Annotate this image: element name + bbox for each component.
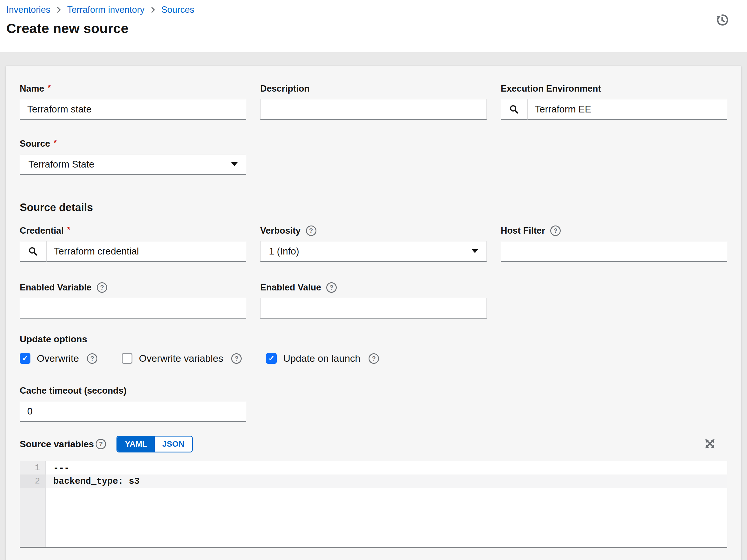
- overwrite-checkbox[interactable]: ✓ Overwrite ?: [20, 353, 97, 364]
- breadcrumb-link-terraform-inventory[interactable]: Terraform inventory: [67, 5, 145, 15]
- source-variables-label: Source variables: [20, 439, 94, 450]
- verbosity-field-group: Verbosity ? 1 (Info): [260, 225, 487, 262]
- editor-line[interactable]: 1 ---: [20, 461, 727, 475]
- name-label: Name: [20, 83, 44, 94]
- update-options-title: Update options: [20, 334, 727, 345]
- help-icon[interactable]: ?: [368, 353, 379, 364]
- source-select-value: Terraform State: [28, 159, 94, 170]
- host-filter-label: Host Filter: [501, 226, 545, 236]
- yaml-toggle-button[interactable]: YAML: [118, 436, 155, 452]
- breadcrumb-link-sources[interactable]: Sources: [161, 5, 195, 15]
- enabled-variable-label: Enabled Variable: [20, 282, 92, 293]
- help-icon[interactable]: ?: [96, 439, 106, 449]
- breadcrumb-link-inventories[interactable]: Inventories: [6, 5, 50, 15]
- overwrite-checkbox-label: Overwrite: [37, 353, 79, 364]
- help-icon[interactable]: ?: [231, 353, 242, 364]
- overwrite-variables-checkbox-label: Overwrite variables: [139, 353, 223, 364]
- enabled-value-label: Enabled Value: [260, 282, 321, 293]
- execution-environment-input[interactable]: [527, 99, 727, 120]
- required-asterisk: *: [54, 138, 57, 147]
- chevron-down-icon: [472, 249, 478, 253]
- verbosity-select-value: 1 (Info): [269, 246, 299, 257]
- format-toggle: YAML JSON: [117, 436, 193, 453]
- credential-label: Credential: [20, 226, 64, 236]
- execution-environment-label: Execution Environment: [501, 83, 601, 94]
- editor-empty-area[interactable]: [20, 488, 727, 547]
- cache-timeout-field-group: Cache timeout (seconds): [20, 385, 246, 422]
- cache-timeout-label: Cache timeout (seconds): [20, 385, 127, 396]
- credential-field-group: Credential *: [20, 225, 246, 262]
- enabled-variable-field-group: Enabled Variable ?: [20, 282, 246, 319]
- json-toggle-button[interactable]: JSON: [155, 436, 192, 452]
- source-label: Source: [20, 138, 50, 149]
- cache-timeout-input[interactable]: [20, 401, 246, 422]
- expand-arrows-icon: [703, 437, 717, 451]
- description-input[interactable]: [260, 99, 487, 120]
- line-number: 1: [20, 461, 46, 475]
- help-icon[interactable]: ?: [550, 226, 561, 236]
- required-asterisk: *: [67, 225, 71, 234]
- source-variables-editor[interactable]: 1 --- 2 backend_type: s3: [20, 461, 727, 548]
- checkbox-icon[interactable]: ✓: [266, 353, 277, 364]
- expand-editor-button[interactable]: [703, 437, 717, 451]
- line-number: 2: [20, 475, 46, 488]
- host-filter-input[interactable]: [501, 241, 727, 262]
- history-button[interactable]: [715, 13, 730, 28]
- enabled-variable-input[interactable]: [20, 298, 246, 319]
- description-field-group: Description: [260, 83, 487, 120]
- enabled-value-field-group: Enabled Value ?: [260, 282, 487, 319]
- source-select[interactable]: Terraform State: [20, 154, 246, 175]
- form-card: Name * Description Execution Environment: [6, 66, 741, 560]
- code-line[interactable]: ---: [46, 461, 727, 475]
- source-variables-group: Source variables ? YAML JSON: [20, 436, 727, 548]
- search-icon: [509, 104, 519, 115]
- checkbox-icon[interactable]: ✓: [122, 353, 132, 364]
- checkbox-icon[interactable]: ✓: [20, 353, 30, 364]
- chevron-right-icon: [54, 5, 63, 14]
- chevron-down-icon: [231, 162, 238, 166]
- code-line[interactable]: backend_type: s3: [46, 475, 727, 488]
- overwrite-variables-checkbox[interactable]: ✓ Overwrite variables ?: [122, 353, 242, 364]
- breadcrumb: Inventories Terraform inventory Sources: [6, 5, 747, 15]
- page-title: Create new source: [6, 20, 747, 36]
- verbosity-select[interactable]: 1 (Info): [260, 241, 487, 262]
- enabled-value-input[interactable]: [260, 298, 487, 319]
- name-input[interactable]: [20, 99, 246, 120]
- chevron-right-icon: [149, 5, 157, 14]
- source-field-group: Source * Terraform State: [20, 138, 246, 175]
- execution-environment-search-button[interactable]: [501, 99, 527, 120]
- help-icon[interactable]: ?: [87, 353, 97, 364]
- update-on-launch-checkbox[interactable]: ✓ Update on launch ?: [266, 353, 379, 364]
- description-label: Description: [260, 83, 310, 94]
- page-content: Name * Description Execution Environment: [0, 52, 747, 560]
- help-icon[interactable]: ?: [306, 226, 316, 236]
- search-icon: [28, 246, 38, 257]
- update-on-launch-checkbox-label: Update on launch: [283, 353, 360, 364]
- execution-environment-field-group: Execution Environment: [501, 83, 727, 120]
- name-field-group: Name *: [20, 83, 246, 120]
- host-filter-field-group: Host Filter ?: [501, 225, 727, 262]
- required-asterisk: *: [48, 83, 51, 92]
- source-details-title: Source details: [20, 201, 727, 213]
- update-options-group: Update options ✓ Overwrite ? ✓ Overwrite…: [20, 334, 727, 364]
- verbosity-label: Verbosity: [260, 226, 301, 236]
- help-icon[interactable]: ?: [97, 282, 107, 293]
- credential-search-button[interactable]: [20, 241, 46, 262]
- credential-input[interactable]: [46, 241, 246, 262]
- help-icon[interactable]: ?: [326, 282, 337, 293]
- page-header: Inventories Terraform inventory Sources …: [0, 0, 747, 52]
- editor-line-active[interactable]: 2 backend_type: s3: [20, 475, 727, 488]
- history-icon: [715, 13, 729, 27]
